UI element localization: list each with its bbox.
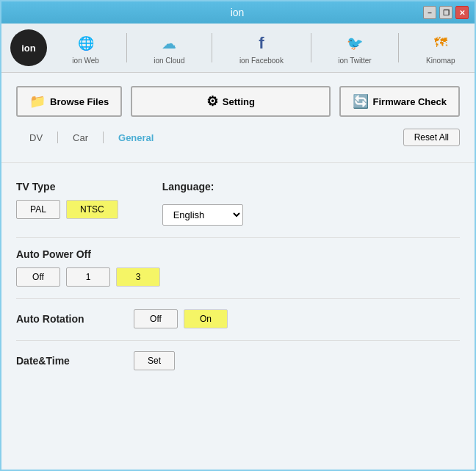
date-time-row: Date&Time Set [16,351,460,370]
auto-rotation-row: Auto Rotation Off On [16,309,460,328]
tv-type-ntsc-button[interactable]: NTSC [66,200,118,219]
ion-web-icon: 🌐 [74,32,98,55]
separator-3 [16,340,460,341]
nav-item-ion-web-label: ion Web [72,57,99,65]
auto-rotation-options: Off On [134,309,228,328]
date-time-label: Date&Time [16,355,104,367]
nav-divider-3 [311,33,311,62]
tab-divider-2 [103,132,104,143]
tv-type-section: TV Type PAL NTSC [16,181,118,226]
setting-button[interactable]: ⚙ Setting [131,86,330,117]
gear-icon: ⚙ [206,93,218,109]
auto-power-off-btn[interactable]: Off [16,267,60,287]
nav-item-ion-twitter-label: ion Twitter [338,57,371,65]
window-controls: – ❐ ✕ [423,6,469,19]
auto-rotation-label: Auto Rotation [16,313,104,325]
reset-all-button[interactable]: Reset All [403,129,460,146]
auto-rotation-off-btn[interactable]: Off [134,309,178,328]
auto-rotation-section: Auto Rotation Off On [16,309,460,328]
nav-item-ion-facebook-label: ion Facebook [239,57,284,65]
title-bar: ion – ❐ ✕ [1,1,475,24]
nav-bar: ion 🌐 ion Web ☁ ion Cloud f ion Facebook [1,24,475,73]
tabs-bar: DV Car General Reset All [1,126,475,152]
language-section: Language: English French German Spanish … [162,181,243,226]
auto-power-off-label: Auto Power Off [16,248,460,260]
nav-item-ion-web[interactable]: 🌐 ion Web [72,32,99,65]
language-label: Language: [162,181,243,193]
auto-power-off-section: Auto Power Off Off 1 3 [16,248,460,287]
tab-divider-1 [57,132,58,143]
nav-item-kinomap[interactable]: 🗺 Kinomap [426,32,455,65]
nav-divider-1 [126,33,127,62]
window: ion – ❐ ✕ ion 🌐 ion Web ☁ ion Cloud [0,0,476,471]
folder-icon: 📁 [29,93,46,109]
nav-item-ion-cloud-label: ion Cloud [154,57,184,65]
minimize-button[interactable]: – [423,6,436,19]
window-title: ion [51,7,423,18]
main-separator [1,162,475,163]
auto-power-off-1-btn[interactable]: 1 [66,267,110,287]
nav-items: 🌐 ion Web ☁ ion Cloud f ion Facebook 🐦 i… [62,32,466,65]
tab-dv[interactable]: DV [16,129,56,146]
tab-general[interactable]: General [105,129,167,146]
tv-type-label: TV Type [16,181,118,193]
nav-item-kinomap-label: Kinomap [426,57,455,65]
close-button[interactable]: ✕ [455,6,469,19]
twitter-icon: 🐦 [343,32,367,55]
nav-divider-4 [398,33,399,62]
separator-2 [16,298,460,299]
restore-button[interactable]: ❐ [439,6,452,19]
nav-item-ion-facebook[interactable]: f ion Facebook [239,32,284,65]
auto-rotation-on-btn[interactable]: On [184,309,228,328]
ion-cloud-icon: ☁ [157,32,181,55]
nav-item-ion-cloud[interactable]: ☁ ion Cloud [154,32,184,65]
date-time-set-button[interactable]: Set [134,351,175,370]
auto-power-off-options: Off 1 3 [16,267,460,287]
tv-language-row: TV Type PAL NTSC Language: English Frenc… [16,181,460,226]
app-logo: ion [10,29,47,66]
content-area: ion 🌐 ion Web ☁ ion Cloud f ion Facebook [1,24,475,470]
refresh-icon: 🔄 [353,93,369,109]
main-content: TV Type PAL NTSC Language: English Frenc… [1,173,475,470]
facebook-icon: f [250,32,273,55]
language-select[interactable]: English French German Spanish Chinese [162,204,243,226]
date-time-section: Date&Time Set [16,351,460,370]
separator-1 [16,237,460,238]
tv-type-pal-button[interactable]: PAL [16,200,60,219]
tv-type-options: PAL NTSC [16,200,118,219]
toolbar: 📁 Browse Files ⚙ Setting 🔄 Firmware Chec… [1,73,475,126]
auto-power-off-3-btn[interactable]: 3 [116,267,160,287]
tab-car[interactable]: Car [60,129,101,146]
nav-divider-2 [212,33,212,62]
browse-files-button[interactable]: 📁 Browse Files [16,86,122,117]
firmware-check-button[interactable]: 🔄 Firmware Check [339,86,460,117]
nav-item-ion-twitter[interactable]: 🐦 ion Twitter [338,32,371,65]
kinomap-icon: 🗺 [429,32,452,55]
